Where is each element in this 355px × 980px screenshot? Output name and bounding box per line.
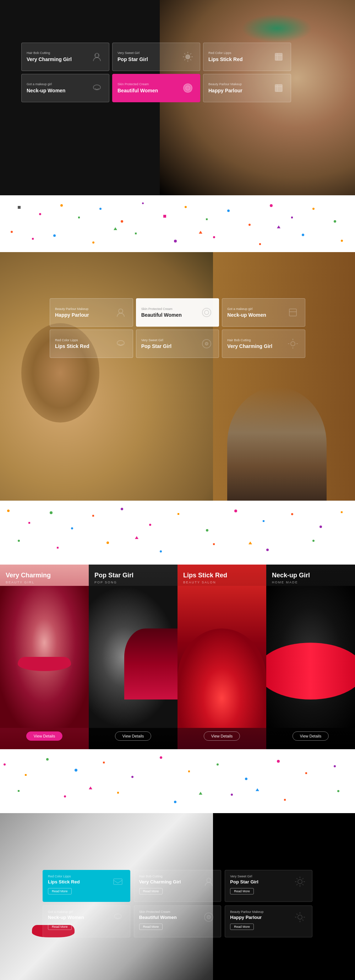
product-card-2[interactable]: Lips Stick Red BEAUTY SALON View Details bbox=[177, 565, 266, 749]
hero1-card-4-title: Beautiful Women bbox=[118, 88, 181, 94]
hero1-card-0-title: Very Charming Girl bbox=[27, 56, 90, 62]
svg-point-10 bbox=[202, 308, 211, 317]
hero2-card-1[interactable]: Skin Protected Cream Beautiful Women bbox=[136, 298, 220, 327]
product-card-3-btn[interactable]: View Details bbox=[293, 732, 329, 741]
hero1-card-0-icon bbox=[90, 50, 104, 64]
confetti-dot bbox=[234, 509, 237, 512]
hero1-card-2[interactable]: Red Color Lipps Lips Stick Red bbox=[203, 43, 291, 71]
hero1-card-5[interactable]: Beauty Parlour Makeup Happy Parlour bbox=[203, 74, 291, 102]
hero3-card-4-readmore[interactable]: Read More bbox=[139, 924, 163, 930]
hero1-card-1-text: Very Sweet Girl Pop Star Girl bbox=[118, 51, 181, 62]
hero3-card-2-readmore[interactable]: Read More bbox=[230, 888, 254, 894]
product-card-0-title: Very Charming bbox=[6, 572, 83, 579]
product-card-0-btn[interactable]: View Details bbox=[26, 732, 62, 741]
svg-point-1 bbox=[95, 55, 96, 56]
hero3-card-3-icon bbox=[111, 910, 125, 924]
confetti-sq bbox=[177, 513, 179, 515]
product-card-3-subtitle: HOME MADE bbox=[272, 581, 349, 584]
hero1-card-2-title: Lips Stick Red bbox=[209, 56, 272, 62]
confetti-sq bbox=[213, 543, 215, 545]
product-card-1-img bbox=[89, 586, 177, 728]
hero3-card-2[interactable]: Very Sweet Girl Pop Star Girl Read More bbox=[225, 870, 312, 902]
confetti-dot bbox=[185, 206, 187, 208]
svg-point-19 bbox=[207, 880, 208, 880]
hero1-card-5-icon bbox=[272, 81, 286, 95]
hero3-card-4[interactable]: Skin Protected Cream Beautiful Women Rea… bbox=[134, 905, 221, 937]
hero3-card-3[interactable]: Got a makeup girl Neck-up Women Read Mor… bbox=[43, 905, 130, 937]
hero2-card-4-text: Very Sweet Girl Pop Star Girl bbox=[141, 338, 200, 349]
product-card-0[interactable]: Very Charming BEAUTY GIRL View Details bbox=[0, 565, 89, 749]
product-card-0-content: Very Charming BEAUTY GIRL bbox=[0, 565, 89, 590]
hero1-card-1-icon bbox=[181, 50, 195, 64]
svg-rect-12 bbox=[289, 309, 296, 316]
svg-point-13 bbox=[117, 340, 124, 345]
hero3-card-0-readmore[interactable]: Read More bbox=[48, 888, 72, 894]
svg-point-11 bbox=[204, 310, 209, 315]
hero3-card-5[interactable]: Beauty Parlour Makeup Happy Parlour Read… bbox=[225, 905, 312, 937]
confetti-dot bbox=[3, 764, 6, 765]
hero2-nails-area bbox=[227, 387, 326, 501]
confetti-2 bbox=[0, 501, 355, 565]
hero2-cards-overlay: Beauty Parlour Makeup Happy Parlour Skin… bbox=[50, 298, 305, 358]
hero1-card-2-icon bbox=[272, 50, 286, 64]
confetti-dot bbox=[53, 234, 56, 237]
svg-point-24 bbox=[207, 915, 210, 919]
hero3-card-0-text: Red Color Lipps Lips Stick Red Read More bbox=[48, 875, 108, 894]
hero1-card-0[interactable]: Hair Bob Cutting Very Charming Girl bbox=[21, 43, 109, 71]
hero2-card-3-title: Lips Stick Red bbox=[55, 344, 114, 349]
hero2-card-3[interactable]: Red Color Lipps Lips Stick Red bbox=[50, 329, 133, 358]
hero3-card-5-text: Beauty Parlour Makeup Happy Parlour Read… bbox=[230, 910, 290, 930]
hero1-card-2-text: Red Color Lipps Lips Stick Red bbox=[209, 51, 272, 62]
hero1-card-1[interactable]: Very Sweet Girl Pop Star Girl bbox=[112, 43, 200, 71]
product-card-2-title: Lips Stick Red bbox=[183, 572, 261, 579]
confetti-dot bbox=[46, 758, 49, 760]
product-card-1-subtitle: POP SONG bbox=[94, 581, 172, 584]
svg-rect-17 bbox=[114, 879, 122, 885]
hero1-card-3[interactable]: Got a makeup girl Neck-up Women bbox=[21, 74, 109, 102]
confetti-sq bbox=[32, 238, 34, 240]
confetti-sq bbox=[135, 232, 137, 234]
confetti-dot bbox=[121, 220, 123, 223]
confetti-3 bbox=[0, 749, 355, 813]
confetti-dot bbox=[160, 756, 162, 759]
product-card-1[interactable]: Pop Star Girl POP SONG View Details bbox=[89, 565, 177, 749]
hero2-card-5-title: Very Charming Girl bbox=[227, 344, 286, 349]
confetti-sq bbox=[291, 216, 293, 218]
hero-section-1: Hair Bob Cutting Very Charming Girl Very… bbox=[0, 0, 355, 195]
product-card-1-btn[interactable]: View Details bbox=[115, 732, 151, 741]
hero1-card-2-label: Red Color Lipps bbox=[209, 51, 272, 55]
confetti-sq bbox=[188, 770, 190, 772]
confetti-sq bbox=[29, 522, 30, 524]
hero3-card-0-icon bbox=[111, 875, 125, 889]
confetti-dot bbox=[291, 513, 293, 515]
hero2-card-0[interactable]: Beauty Parlour Makeup Happy Parlour bbox=[50, 298, 133, 327]
hero3-card-0[interactable]: Red Color Lipps Lips Stick Red Read More bbox=[43, 870, 130, 902]
hero3-card-1[interactable]: Hair Bob Cutting Very Charming Girl Read… bbox=[134, 870, 221, 902]
product-card-0-img bbox=[0, 586, 89, 728]
svg-point-3 bbox=[186, 55, 190, 59]
hero1-card-4[interactable]: Skin Protected Cream Beautiful Women bbox=[112, 74, 200, 102]
hero3-card-1-label: Hair Bob Cutting bbox=[139, 875, 199, 878]
hero1-cards-overlay: Hair Bob Cutting Very Charming Girl Very… bbox=[21, 43, 291, 102]
product-card-2-btn[interactable]: View Details bbox=[204, 732, 240, 741]
hero2-card-5[interactable]: Hair Bob Cutting Very Charming Girl bbox=[222, 329, 305, 358]
confetti-dot bbox=[217, 764, 219, 765]
hero2-card-2[interactable]: Got a makeup girl Neck-up Women bbox=[222, 298, 305, 327]
hero3-cards-overlay: Red Color Lipps Lips Stick Red Read More… bbox=[43, 870, 312, 937]
product-card-3[interactable]: Neck-up Girl HOME MADE View Details bbox=[266, 565, 355, 749]
hero3-card-3-text: Got a makeup girl Neck-up Women Read Mor… bbox=[48, 910, 108, 930]
confetti-dot bbox=[231, 794, 233, 796]
confetti-dot bbox=[11, 231, 13, 233]
hero2-card-4[interactable]: Very Sweet Girl Pop Star Girl bbox=[136, 329, 220, 358]
confetti-dot bbox=[334, 220, 336, 223]
hero3-card-3-readmore[interactable]: Read More bbox=[48, 924, 72, 930]
hero3-card-5-readmore[interactable]: Read More bbox=[230, 924, 254, 930]
confetti-dot bbox=[227, 210, 230, 212]
hero2-card-0-text: Beauty Parlour Makeup Happy Parlour bbox=[55, 307, 114, 318]
confetti-triangle bbox=[248, 541, 252, 544]
hero3-card-1-readmore[interactable]: Read More bbox=[139, 888, 163, 894]
confetti-dot bbox=[50, 511, 53, 514]
hero2-card-0-label: Beauty Parlour Makeup bbox=[55, 307, 114, 311]
confetti-sq bbox=[57, 547, 59, 549]
product-card-1-title: Pop Star Girl bbox=[94, 572, 172, 579]
